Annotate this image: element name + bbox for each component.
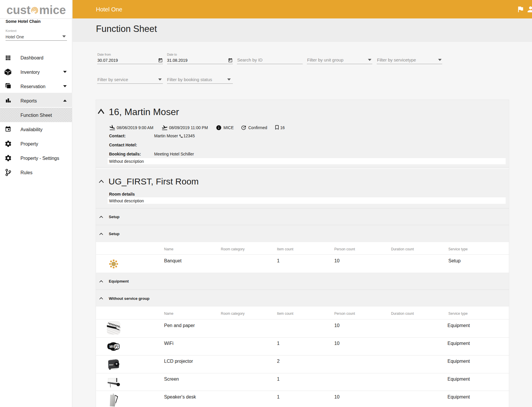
svg-text:Wi: Wi — [109, 344, 114, 349]
svg-text:Fi: Fi — [115, 344, 118, 349]
svg-text:acer: acer — [109, 364, 114, 366]
